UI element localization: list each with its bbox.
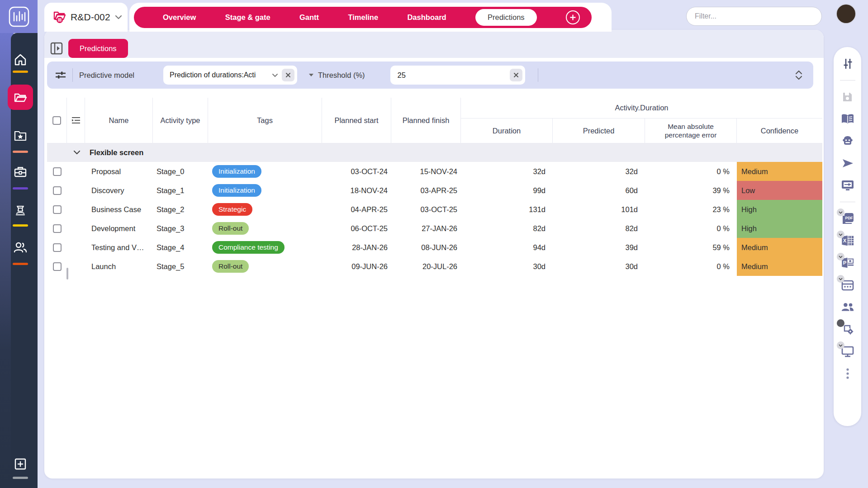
cell-name: Proposal xyxy=(85,167,153,176)
row-checkbox[interactable] xyxy=(53,224,62,233)
add-view-button[interactable] xyxy=(566,10,580,24)
row-checkbox[interactable] xyxy=(53,167,62,176)
threshold-caret-icon[interactable] xyxy=(309,74,313,76)
row-checkbox[interactable] xyxy=(53,186,62,195)
sidebar-item-portfolio[interactable] xyxy=(8,159,33,185)
tool-display-settings-button[interactable] xyxy=(841,179,854,192)
book-icon xyxy=(841,114,854,124)
cell-predicted: 101d xyxy=(553,205,645,214)
filter-bar-expander[interactable] xyxy=(795,70,802,80)
col-header-confidence[interactable]: Confidence xyxy=(737,118,822,143)
cell-mape: 0 % xyxy=(645,262,737,271)
indent-icon[interactable] xyxy=(71,116,81,124)
toolbar-divider xyxy=(840,202,855,202)
col-header-planned-finish[interactable]: Planned finish xyxy=(391,98,461,143)
people-icon xyxy=(841,301,854,313)
table-row[interactable]: Testing and V… Stage_4 Compliance testin… xyxy=(47,238,822,257)
group-row[interactable]: Flexible screen xyxy=(47,143,822,162)
filter-input[interactable] xyxy=(686,7,822,26)
cell-planned-start: 28-JAN-26 xyxy=(322,243,391,252)
threshold-field xyxy=(390,66,525,85)
select-all-checkbox[interactable] xyxy=(52,116,61,125)
chevron-badge[interactable] xyxy=(837,253,844,261)
tune-icon[interactable] xyxy=(54,70,67,81)
nav-tab-dashboard[interactable]: Dashboard xyxy=(407,13,446,22)
predictive-model-label: Predictive model xyxy=(79,71,134,80)
cell-confidence: High xyxy=(737,200,822,219)
sidebar-item-projects[interactable] xyxy=(8,85,33,110)
cell-planned-finish: 15-NOV-24 xyxy=(391,167,461,176)
tool-send-button[interactable] xyxy=(841,156,854,170)
nav-tab-holder: OverviewStage & gateGanttTimelineDashboa… xyxy=(129,3,612,32)
tool-monitor-button[interactable] xyxy=(841,345,854,358)
clear-model-button[interactable] xyxy=(282,69,294,81)
table-row[interactable]: Discovery Stage_1 Initialization 18-NOV-… xyxy=(47,181,822,200)
sidebar-item-resources[interactable] xyxy=(8,235,33,260)
robot-icon xyxy=(841,135,854,147)
nav-tab-predictions[interactable]: Predictions xyxy=(475,9,537,26)
chevron-badge[interactable] xyxy=(837,341,844,349)
row-checkbox[interactable] xyxy=(53,262,62,271)
cell-mape: 0 % xyxy=(645,224,737,233)
tool-save-button[interactable] xyxy=(841,90,854,104)
add-square-icon xyxy=(14,457,27,471)
nav-tab-stage-gate[interactable]: Stage & gate xyxy=(225,13,270,22)
cell-name: Testing and V… xyxy=(85,243,153,252)
model-select[interactable]: Prediction of durations:Acti xyxy=(163,66,297,85)
cell-duration: 99d xyxy=(461,186,553,195)
row-checkbox[interactable] xyxy=(53,243,62,252)
tool-calendar-button[interactable] xyxy=(841,278,854,292)
tool-more-button[interactable] xyxy=(841,367,854,380)
select-all-cell xyxy=(47,98,67,143)
tool-assistant-button[interactable] xyxy=(841,134,854,148)
cell-confidence: Medium xyxy=(737,162,822,181)
table-row[interactable]: Proposal Stage_0 Initialization 03-OCT-2… xyxy=(47,162,822,181)
sidebar-item-stage-gate[interactable] xyxy=(8,198,33,223)
col-header-duration[interactable]: Duration xyxy=(461,118,553,143)
threshold-input[interactable] xyxy=(392,71,510,80)
status-dot-badge xyxy=(837,319,844,327)
nav-tab-overview[interactable]: Overview xyxy=(163,13,196,22)
col-header-mape[interactable]: Mean absolutepercentage error xyxy=(645,118,737,143)
sidebar-item-home[interactable] xyxy=(8,47,33,72)
project-selector[interactable]: R&D-002 xyxy=(44,3,128,32)
tool-tune-button[interactable] xyxy=(841,57,854,71)
nav-tab-timeline[interactable]: Timeline xyxy=(348,13,378,22)
col-header-tags[interactable]: Tags xyxy=(208,98,322,143)
tool-export-pdf-button[interactable]: PDF xyxy=(841,212,854,225)
table-row[interactable]: Development Stage_3 Roll-out 06-OCT-25 2… xyxy=(47,219,822,238)
collapse-panel-button[interactable] xyxy=(50,42,63,55)
chevron-badge[interactable] xyxy=(837,231,844,238)
collapse-chevron-icon[interactable] xyxy=(73,150,81,155)
sidebar-underline xyxy=(13,224,28,227)
cell-predicted: 30d xyxy=(553,262,645,271)
row-checkbox[interactable] xyxy=(53,205,62,214)
send-icon xyxy=(841,158,854,169)
tool-export-excel-button[interactable]: X xyxy=(841,234,854,247)
nav-tab-gantt[interactable]: Gantt xyxy=(299,13,319,22)
cell-planned-start: 09-JUN-26 xyxy=(322,262,391,271)
cell-duration: 30d xyxy=(461,262,553,271)
tool-docs-button[interactable] xyxy=(841,112,854,126)
tool-workflow-button[interactable] xyxy=(841,322,854,336)
cell-activity-type: Stage_2 xyxy=(153,205,208,214)
sidebar-item-add[interactable] xyxy=(8,451,33,477)
clear-threshold-button[interactable] xyxy=(510,69,522,81)
predictions-button[interactable]: Predictions xyxy=(68,39,128,58)
table-row[interactable]: Business Case Stage_2 Strategic 04-APR-2… xyxy=(47,200,822,219)
col-header-planned-start[interactable]: Planned start xyxy=(322,98,391,143)
col-header-activity-type[interactable]: Activity type xyxy=(153,98,208,143)
scrollbar-thumb[interactable] xyxy=(66,268,68,280)
col-header-predicted[interactable]: Predicted xyxy=(553,118,645,143)
chevron-badge[interactable] xyxy=(837,275,844,283)
chevron-badge[interactable] xyxy=(837,208,844,216)
table-row[interactable]: Launch Stage_5 Roll-out 09-JUN-26 20-JUL… xyxy=(47,257,822,276)
sidebar-item-favorites[interactable] xyxy=(8,123,33,148)
close-icon xyxy=(285,72,291,78)
col-header-name[interactable]: Name xyxy=(85,98,153,143)
tool-resources-button[interactable] xyxy=(841,300,854,314)
tool-export-ppt-button[interactable]: P xyxy=(841,256,854,270)
user-avatar[interactable] xyxy=(836,4,856,24)
app-logo[interactable] xyxy=(0,0,38,33)
cell-name: Discovery xyxy=(85,186,153,195)
